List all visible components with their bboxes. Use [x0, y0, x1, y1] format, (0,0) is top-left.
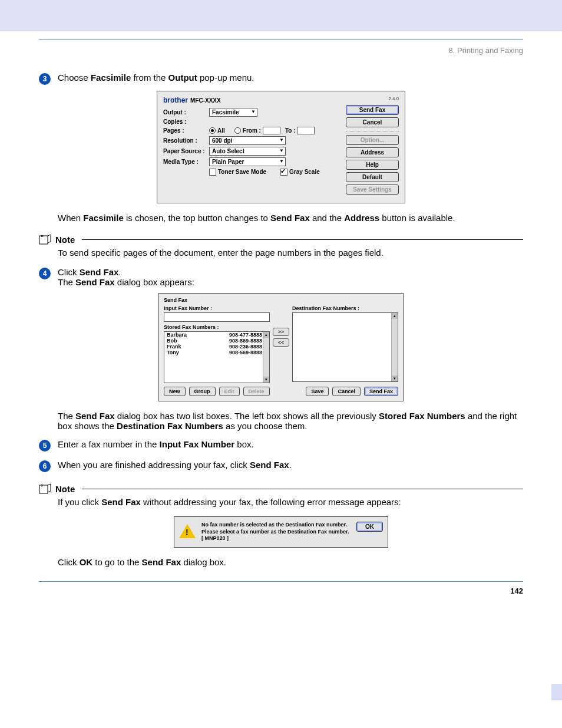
add-arrow-button[interactable]: >> — [273, 328, 289, 336]
svg-rect-0 — [39, 236, 48, 244]
header-band — [0, 0, 562, 31]
error-message: No fax number is selected as the Destina… — [201, 522, 351, 542]
footer-rule — [39, 581, 523, 582]
send-fax-dialog: Send Fax Input Fax Number : Stored Fax N… — [158, 293, 404, 401]
step-badge-5: 5 — [39, 440, 51, 452]
pages-to-label: To : — [285, 127, 296, 134]
note-label: Note — [55, 235, 75, 245]
pages-all-radio[interactable] — [209, 127, 216, 134]
svg-rect-1 — [39, 485, 48, 493]
cancel-button-2[interactable]: Cancel — [332, 387, 361, 396]
separator — [346, 131, 399, 131]
list-item: Frank908-236-8888 — [164, 344, 269, 350]
driver-version: 2.4.0 — [346, 96, 399, 101]
input-fax-label: Input Fax Number : — [164, 305, 270, 311]
pages-from-label: From : — [243, 127, 261, 134]
option-button[interactable]: Option... — [346, 135, 399, 145]
step-3-followup: When Facsimile is chosen, the top button… — [58, 213, 523, 223]
grayscale-checkbox[interactable] — [280, 169, 287, 176]
media-type-dropdown[interactable]: Plain Paper — [209, 157, 286, 166]
pages-from-input[interactable] — [263, 127, 280, 134]
address-button[interactable]: Address — [346, 147, 399, 157]
input-fax-field[interactable] — [164, 312, 270, 322]
paper-source-dropdown[interactable]: Auto Select — [209, 147, 286, 156]
warning-icon — [179, 524, 196, 538]
note-rule — [82, 239, 523, 240]
default-button[interactable]: Default — [346, 172, 399, 182]
list-item: Barbara908-477-8888 — [164, 332, 269, 338]
save-button[interactable]: Save — [306, 387, 329, 396]
step-4-text: Click Send Fax. The Send Fax dialog box … — [58, 267, 194, 287]
edit-button[interactable]: Edit — [219, 387, 240, 396]
destination-fax-label: Destination Fax Numbers : — [292, 305, 398, 311]
step-badge-3: 3 — [39, 73, 51, 85]
toner-save-checkbox[interactable] — [209, 169, 216, 176]
note-rule — [82, 489, 523, 489]
breadcrumb: 8. Printing and Faxing — [39, 46, 523, 55]
remove-arrow-button[interactable]: << — [273, 338, 289, 347]
help-button[interactable]: Help — [346, 160, 399, 170]
grayscale-label: Gray Scale — [289, 169, 320, 175]
output-label: Output : — [163, 109, 209, 116]
scrollbar[interactable]: ▴▾ — [263, 332, 269, 383]
page-number: 142 — [39, 587, 523, 595]
toner-save-label: Toner Save Mode — [218, 169, 266, 175]
final-instruction: Click OK to go to the Send Fax dialog bo… — [58, 557, 523, 567]
send-fax-title: Send Fax — [164, 297, 398, 303]
step-6-text: When you are finished addressing your fa… — [58, 460, 292, 470]
scrollbar[interactable]: ▴▾ — [391, 313, 398, 381]
copies-label: Copies : — [163, 118, 209, 125]
pages-from-radio[interactable] — [234, 127, 241, 134]
note-2-body: If you click Send Fax without addressing… — [58, 497, 523, 507]
delete-button[interactable]: Delete — [243, 387, 270, 396]
list-item: Bob908-869-8888 — [164, 338, 269, 344]
media-type-label: Media Type : — [163, 159, 209, 165]
note-icon — [39, 483, 52, 495]
paper-source-label: Paper Source : — [163, 148, 209, 154]
output-dropdown[interactable]: Facsimile — [209, 108, 257, 117]
header-rule — [39, 39, 523, 40]
list-item: Tony908-569-8888 — [164, 350, 269, 355]
destination-fax-list[interactable]: ▴▾ — [292, 312, 398, 382]
send-fax-button-2[interactable]: Send Fax — [364, 387, 398, 396]
new-button[interactable]: New — [164, 387, 186, 396]
step-4-followup: The Send Fax dialog box has two list box… — [58, 411, 523, 431]
note-1-body: To send specific pages of the document, … — [58, 248, 523, 258]
resolution-label: Resolution : — [163, 137, 209, 144]
step-badge-4: 4 — [39, 268, 51, 279]
stored-fax-label: Stored Fax Numbers : — [164, 324, 270, 330]
brand-logo: brother — [163, 96, 188, 104]
stored-fax-list[interactable]: Barbara908-477-8888 Bob908-869-8888 Fran… — [164, 331, 270, 383]
printer-model: MFC-XXXX — [190, 97, 221, 104]
pages-label: Pages : — [163, 127, 209, 134]
ok-button[interactable]: OK — [356, 522, 383, 532]
save-settings-button[interactable]: Save Settings — [346, 185, 399, 195]
resolution-dropdown[interactable]: 600 dpi — [209, 136, 286, 145]
step-5-text: Enter a fax number in the Input Fax Numb… — [58, 439, 254, 449]
note-label: Note — [55, 484, 75, 494]
group-button[interactable]: Group — [189, 387, 216, 396]
pages-to-input[interactable] — [297, 127, 315, 134]
error-dialog: No fax number is selected as the Destina… — [174, 516, 388, 548]
step-badge-6: 6 — [39, 460, 51, 472]
cancel-button[interactable]: Cancel — [346, 117, 399, 127]
step-3-text: Choose Facsimile from the Output pop-up … — [58, 73, 254, 83]
send-fax-button[interactable]: Send Fax — [346, 105, 399, 115]
print-dialog: brother MFC-XXXX Output : Facsimile Copi… — [157, 91, 405, 203]
note-icon — [39, 233, 52, 245]
pages-all-label: All — [217, 127, 225, 134]
